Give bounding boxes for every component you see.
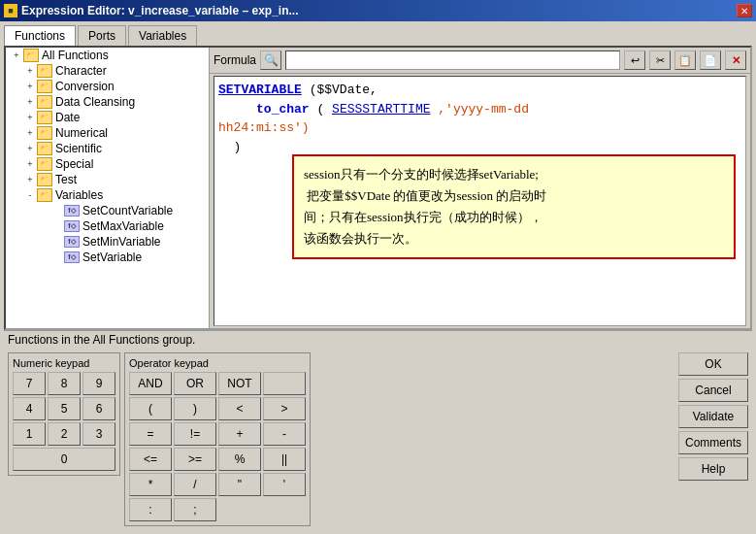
tab-bar: Functions Ports Variables [4,25,752,46]
validate-button[interactable]: Validate [678,405,748,428]
expander-numerical[interactable]: + [23,126,37,140]
keypad-dquote[interactable]: " [218,473,261,496]
keypad-neq[interactable]: != [174,422,216,446]
cancel-button[interactable]: Cancel [678,379,748,402]
folder-icon-date: 📁 [37,111,52,124]
keypad-not[interactable]: NOT [218,372,261,395]
help-button[interactable]: Help [678,457,748,481]
keypad-squote[interactable]: ' [263,473,306,496]
tree-item-special[interactable]: + 📁 Special [6,156,209,172]
tab-ports[interactable]: Ports [78,25,126,46]
tree-item-set-variable[interactable]: f◇ SetVariable [6,250,209,265]
expander-date[interactable]: + [23,111,37,124]
tree-item-character[interactable]: + 📁 Character [6,63,209,79]
code-format-string-2: hh24:mi:ss') [218,120,310,135]
keypad-0[interactable]: 0 [13,448,115,471]
tree-item-conversion[interactable]: + 📁 Conversion [6,79,209,94]
folder-icon-special: 📁 [37,157,52,171]
status-text: Functions in the All Functions group. [8,333,195,347]
keypad-eq[interactable]: = [129,422,172,446]
action-buttons: OK Cancel Validate Comments Help [678,352,748,481]
close-button[interactable]: ✕ [737,4,752,17]
formula-undo-button[interactable]: ↩ [624,50,645,70]
expander-scientific[interactable]: + [23,142,37,155]
keypad-1[interactable]: 1 [13,422,46,446]
keypad-div[interactable]: / [174,473,216,496]
code-text-1: ($$VDate, [310,83,378,97]
formula-search-button[interactable]: 🔍 [260,50,281,70]
keypad-gte[interactable]: >= [174,448,216,471]
comments-button[interactable]: Comments [678,431,748,454]
expander-character[interactable]: + [23,64,37,78]
tree-item-all-functions[interactable]: + 📁 All Functions [6,48,209,63]
code-sessstarttime: SESSSTARTTIME [332,102,430,117]
formula-bar: Formula 🔍 ↩ ✂ 📋 📄 ✕ [210,48,750,74]
keypad-concat[interactable]: || [263,448,306,471]
tree-item-date[interactable]: + 📁 Date [6,110,209,125]
main-window: Functions Ports Variables + 📁 All Functi… [0,21,756,534]
tree-label-test: Test [55,173,77,186]
tab-variables[interactable]: Variables [128,25,197,46]
keypad-colon[interactable]: : [129,498,172,521]
expander-conversion[interactable]: + [23,80,37,93]
code-to-char: to_char [256,102,310,117]
tree-item-set-min-variable[interactable]: f◇ SetMinVariable [6,234,209,250]
func-icon-set-variable: f◇ [64,251,80,263]
tree-item-set-max-variable[interactable]: f◇ SetMaxVariable [6,218,209,234]
formula-paste-button[interactable]: 📄 [700,50,721,70]
tree-item-test[interactable]: + 📁 Test [6,172,209,187]
keypad-plus[interactable]: + [218,422,261,446]
expander-test[interactable]: + [23,173,37,186]
tree-item-data-cleansing[interactable]: + 📁 Data Cleansing [6,94,209,110]
tree-item-scientific[interactable]: + 📁 Scientific [6,141,209,156]
keypad-4[interactable]: 4 [13,397,46,420]
func-icon-set-min-variable: f◇ [64,236,80,248]
expander-special[interactable]: + [23,157,37,171]
code-indent-2 [218,102,248,117]
tab-functions[interactable]: Functions [4,25,76,46]
tree-label-date: Date [55,111,80,124]
status-bar: Functions in the All Functions group. [4,330,752,349]
keypad-6[interactable]: 6 [82,397,115,420]
keypad-mul[interactable]: * [129,473,172,496]
formula-input[interactable] [285,50,620,70]
code-line-3: hh24:mi:ss') [218,118,741,138]
expander-all-functions[interactable]: + [10,49,23,62]
tooltip-text: session只有一个分支的时候选择setVariable; 把变量$$VDat… [304,167,546,246]
keypad-lt[interactable]: < [218,397,261,420]
code-text-2: ( [316,102,324,117]
keypad-minus[interactable]: - [263,422,306,446]
folder-icon-character: 📁 [37,64,52,78]
tree-item-set-count-variable[interactable]: f◇ SetCountVariable [6,203,209,218]
code-editor[interactable]: SETVARIABLE ($$VDate, to_char ( SESSSTAR… [214,76,746,326]
formula-copy-button[interactable]: 📋 [674,50,696,70]
keypad-pct[interactable]: % [218,448,261,471]
keypad-2[interactable]: 2 [48,422,81,446]
keypad-5[interactable]: 5 [48,397,81,420]
operator-keypad-grid: AND OR NOT ( ) < > = != + - <= >= % || *… [129,372,306,521]
keypad-gt[interactable]: > [263,397,306,420]
keypad-8[interactable]: 8 [48,372,81,395]
expander-variables[interactable]: - [23,188,37,202]
keypad-open-paren[interactable]: ( [129,397,172,420]
ok-button[interactable]: OK [678,352,748,376]
keypad-close-paren[interactable]: ) [174,397,216,420]
keypad-lte[interactable]: <= [129,448,172,471]
keypad-7[interactable]: 7 [13,372,46,395]
tree-item-numerical[interactable]: + 📁 Numerical [6,125,209,141]
folder-icon-all-functions: 📁 [23,49,39,62]
formula-cut-button[interactable]: ✂ [649,50,671,70]
keypad-or[interactable]: OR [174,372,216,395]
keypad-semicolon[interactable]: ; [174,498,216,521]
title-bar-text: Expression Editor: v_increase_variable –… [21,4,733,17]
code-setvariable: SETVARIABLE [218,83,302,97]
keypad-and[interactable]: AND [129,372,172,395]
keypad-9[interactable]: 9 [82,372,115,395]
app-icon: ■ [4,4,17,17]
tree-item-variables[interactable]: - 📁 Variables [6,187,209,203]
content-area: + 📁 All Functions + 📁 Character + 📁 Conv… [4,46,752,330]
tree-label-special: Special [55,157,93,171]
keypad-3[interactable]: 3 [82,422,115,446]
formula-clear-button[interactable]: ✕ [725,50,746,70]
expander-data-cleansing[interactable]: + [23,95,37,109]
